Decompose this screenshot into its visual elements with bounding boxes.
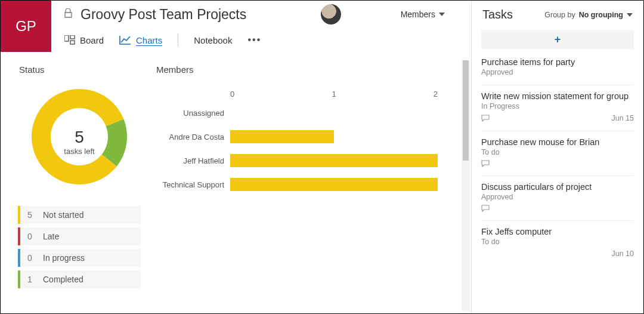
chevron-down-icon — [439, 13, 445, 16]
axis-tick: 1 — [332, 90, 336, 98]
member-bar — [230, 154, 438, 167]
svg-rect-0 — [64, 35, 69, 41]
task-date: Jun 10 — [611, 250, 634, 258]
privacy-icon — [64, 8, 72, 20]
legend-count: 0 — [20, 232, 39, 241]
svg-rect-2 — [70, 41, 75, 44]
member-name: Unassigned — [159, 109, 230, 118]
tab-notebook[interactable]: Notebook — [194, 35, 232, 45]
legend-row: 5Not started — [18, 206, 141, 224]
task-status: To do — [481, 148, 634, 156]
legend-row: 0In progress — [18, 249, 141, 267]
members-dropdown-label: Members — [401, 10, 435, 19]
member-bar — [230, 130, 334, 143]
legend-label: Completed — [39, 275, 83, 284]
legend-label: Late — [39, 232, 59, 241]
comment-icon — [481, 205, 490, 212]
legend-count: 5 — [20, 210, 39, 220]
main-scrollbar[interactable] — [462, 60, 470, 311]
task-title: Write new mission statement for group — [481, 91, 634, 101]
board-icon — [64, 35, 75, 45]
task-item[interactable]: Write new mission statement for groupIn … — [481, 85, 634, 122]
axis-tick: 0 — [230, 90, 234, 98]
svg-rect-1 — [70, 35, 75, 39]
member-name: Jeff Hatfield — [159, 156, 230, 165]
member-name: Technical Support — [159, 180, 230, 189]
status-legend: 5Not started0Late0In progress1Completed — [16, 206, 143, 288]
tasks-panel: Tasks Group by No grouping + Purchase it… — [472, 1, 643, 313]
members-dropdown[interactable]: Members — [401, 10, 445, 19]
task-status: In Progress — [481, 102, 634, 110]
members-card: Members 012UnassignedAndre Da CostaJeff … — [152, 60, 450, 213]
legend-count: 1 — [20, 275, 39, 284]
member-bar-row: Unassigned — [159, 101, 438, 125]
task-status: To do — [481, 238, 634, 246]
member-bar-row: Andre Da Costa — [159, 125, 438, 149]
task-list: Purchase items for partyApprovedWrite ne… — [472, 55, 643, 313]
legend-count: 0 — [20, 253, 39, 263]
members-bar-chart: 012UnassignedAndre Da CostaJeff Hatfield… — [153, 85, 450, 202]
tab-charts[interactable]: Charts — [119, 35, 162, 45]
legend-label: Not started — [39, 210, 83, 220]
status-donut: 5 tasks left — [16, 85, 143, 206]
group-by-label: Group by — [544, 11, 575, 19]
task-date: Jun 15 — [611, 114, 634, 122]
chevron-down-icon — [627, 13, 633, 17]
group-by-value: No grouping — [579, 11, 623, 19]
task-title: Fix Jeffs computer — [481, 227, 634, 236]
avatar[interactable] — [321, 4, 341, 24]
view-tabs: Board Charts Notebook ••• — [51, 28, 471, 52]
charts-icon — [119, 35, 131, 45]
member-bar-row: Jeff Hatfield — [159, 149, 438, 173]
tab-notebook-label: Notebook — [194, 35, 232, 45]
comment-icon — [481, 250, 490, 257]
donut-center-value: 5 — [64, 128, 94, 147]
page-title: Groovy Post Team Projects — [80, 7, 246, 23]
member-bar — [230, 178, 438, 191]
group-by-dropdown[interactable]: Group by No grouping — [544, 11, 633, 19]
task-item[interactable]: Purchase new mouse for BrianTo do — [481, 131, 634, 167]
tab-charts-label: Charts — [136, 35, 162, 45]
task-item[interactable]: Fix Jeffs computerTo doJun 10 — [481, 220, 634, 258]
comment-icon — [481, 115, 490, 122]
members-card-title: Members — [153, 61, 450, 85]
tab-board-label: Board — [80, 35, 104, 45]
task-title: Discuss particulars of project — [481, 182, 634, 192]
member-name: Andre Da Costa — [159, 133, 230, 141]
task-status: Approved — [481, 193, 634, 201]
member-bar-row: Technical Support — [159, 173, 438, 196]
task-item[interactable]: Purchase items for partyApproved — [481, 55, 634, 76]
task-title: Purchase new mouse for Brian — [481, 137, 634, 147]
task-title: Purchase items for party — [481, 57, 634, 67]
legend-label: In progress — [39, 253, 85, 263]
tasks-panel-title: Tasks — [482, 8, 513, 21]
legend-row: 1Completed — [18, 270, 141, 288]
status-card-title: Status — [16, 61, 143, 85]
status-card: Status 5 tasks left 5Not started0Late0In… — [15, 60, 144, 307]
comment-icon — [481, 160, 490, 167]
task-item[interactable]: Discuss particulars of projectApproved — [481, 176, 634, 212]
tab-board[interactable]: Board — [64, 35, 104, 45]
axis-tick: 2 — [434, 90, 438, 98]
donut-center-label: tasks left — [64, 147, 94, 156]
tab-separator — [178, 33, 178, 47]
more-menu[interactable]: ••• — [247, 35, 261, 45]
legend-row: 0Late — [18, 227, 141, 245]
task-status: Approved — [481, 68, 634, 76]
org-logo: GP — [1, 1, 51, 52]
add-task-button[interactable]: + — [481, 30, 634, 49]
